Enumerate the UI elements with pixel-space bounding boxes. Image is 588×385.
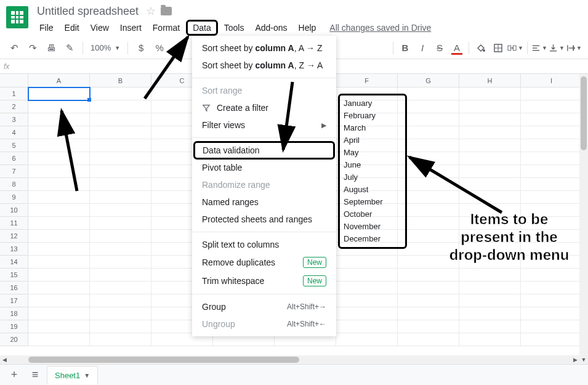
strikethrough-button[interactable]: S	[432, 40, 448, 56]
cell[interactable]	[90, 139, 151, 152]
menu-named-ranges[interactable]: Named ranges	[192, 193, 336, 211]
cell[interactable]	[336, 282, 398, 294]
horizontal-scrollbar[interactable]: ◀ ▶	[0, 355, 579, 364]
text-wrap-icon[interactable]: ▼	[566, 40, 582, 56]
cell[interactable]	[90, 243, 151, 256]
cell[interactable]	[28, 87, 90, 100]
cell[interactable]	[90, 333, 151, 346]
col-header-i[interactable]: I	[521, 74, 582, 87]
cell[interactable]	[398, 294, 459, 307]
col-header-h[interactable]: H	[459, 74, 521, 87]
menu-sort-az[interactable]: Sort sheet by column A, A → Z	[192, 39, 336, 57]
cell[interactable]	[459, 333, 521, 346]
cell[interactable]	[90, 256, 151, 269]
menu-split-text[interactable]: Split text to columns	[192, 236, 336, 253]
cell[interactable]	[459, 139, 521, 152]
cell[interactable]	[459, 269, 521, 282]
row-header[interactable]: 18	[0, 307, 28, 320]
cell[interactable]	[90, 165, 151, 178]
row-header[interactable]: 14	[0, 256, 28, 269]
cell[interactable]	[90, 269, 151, 282]
cell[interactable]	[90, 230, 151, 243]
menu-remove-duplicates[interactable]: Remove duplicates New	[192, 253, 336, 272]
row-header[interactable]: 19	[0, 320, 28, 333]
row-header[interactable]: 5	[0, 139, 28, 152]
cell[interactable]	[398, 113, 459, 126]
menu-data-validation[interactable]: Data validation	[193, 141, 335, 160]
cell[interactable]	[398, 307, 459, 320]
cell[interactable]	[521, 139, 582, 152]
menu-sort-za[interactable]: Sort sheet by column A, Z → A	[192, 57, 336, 74]
cell[interactable]	[28, 307, 90, 320]
cell[interactable]	[521, 307, 582, 320]
paint-format-icon[interactable]: ✎	[62, 40, 78, 56]
cell[interactable]	[459, 307, 521, 320]
row-header[interactable]: 6	[0, 152, 28, 165]
row-header[interactable]: 7	[0, 165, 28, 178]
star-icon[interactable]: ☆	[146, 4, 156, 18]
cell[interactable]	[336, 333, 398, 346]
vertical-align-icon[interactable]: ▼	[549, 40, 565, 56]
row-header[interactable]: 4	[0, 126, 28, 139]
cell[interactable]	[90, 204, 151, 217]
cell[interactable]	[28, 294, 90, 307]
scroll-right-icon[interactable]: ▶	[571, 355, 579, 364]
bold-button[interactable]: B	[397, 40, 413, 56]
cell[interactable]	[90, 152, 151, 165]
row-header[interactable]: 17	[0, 294, 28, 307]
cell[interactable]	[398, 269, 459, 282]
cell[interactable]	[521, 178, 582, 191]
cell[interactable]	[90, 217, 151, 230]
menu-tools[interactable]: Tools	[219, 20, 249, 35]
cell[interactable]	[28, 269, 90, 282]
merge-cells-icon[interactable]: ▼	[507, 40, 523, 56]
cell[interactable]	[521, 320, 582, 333]
vertical-scrollbar[interactable]: ▲ ▼	[579, 74, 588, 364]
cell[interactable]	[90, 294, 151, 307]
scroll-down-icon[interactable]: ▼	[579, 355, 588, 364]
cell[interactable]	[521, 191, 582, 204]
select-all-corner[interactable]	[0, 74, 28, 87]
menu-edit[interactable]: Edit	[60, 20, 84, 35]
row-header[interactable]: 11	[0, 217, 28, 230]
redo-icon[interactable]: ↷	[25, 40, 41, 56]
sheet-tab[interactable]: Sheet1 ▼	[47, 366, 98, 384]
horizontal-align-icon[interactable]: ▼	[531, 40, 547, 56]
cell[interactable]	[90, 113, 151, 126]
cell[interactable]	[459, 113, 521, 126]
cell[interactable]	[459, 282, 521, 294]
cell[interactable]	[459, 87, 521, 100]
menu-view[interactable]: View	[86, 20, 114, 35]
cell[interactable]	[398, 333, 459, 346]
cell[interactable]	[521, 126, 582, 139]
hscroll-thumb[interactable]	[28, 357, 299, 363]
menu-addons[interactable]: Add-ons	[250, 20, 292, 35]
cell[interactable]	[521, 113, 582, 126]
row-header[interactable]: 9	[0, 191, 28, 204]
menu-filter-views[interactable]: Filter views ▶	[192, 116, 336, 134]
cell[interactable]	[90, 320, 151, 333]
cell[interactable]	[336, 269, 398, 282]
menu-protected-sheets[interactable]: Protected sheets and ranges	[192, 211, 336, 228]
cell[interactable]	[521, 333, 582, 346]
menu-create-filter[interactable]: Create a filter	[192, 99, 336, 116]
cell[interactable]	[336, 320, 398, 333]
cell[interactable]	[90, 126, 151, 139]
cell[interactable]	[28, 204, 90, 217]
row-header[interactable]: 8	[0, 178, 28, 191]
cell[interactable]	[28, 217, 90, 230]
italic-button[interactable]: I	[414, 40, 430, 56]
cell[interactable]	[28, 256, 90, 269]
save-status[interactable]: All changes saved in Drive	[329, 23, 431, 33]
cell[interactable]	[521, 269, 582, 282]
undo-icon[interactable]: ↶	[6, 40, 22, 56]
row-header[interactable]: 1	[0, 87, 28, 100]
row-header[interactable]: 2	[0, 100, 28, 113]
cell[interactable]	[459, 294, 521, 307]
col-header-f[interactable]: F	[336, 74, 398, 87]
print-icon[interactable]: 🖶	[43, 40, 59, 56]
row-header[interactable]: 20	[0, 333, 28, 346]
borders-icon[interactable]	[490, 40, 506, 56]
row-header[interactable]: 3	[0, 113, 28, 126]
cell[interactable]	[398, 282, 459, 294]
